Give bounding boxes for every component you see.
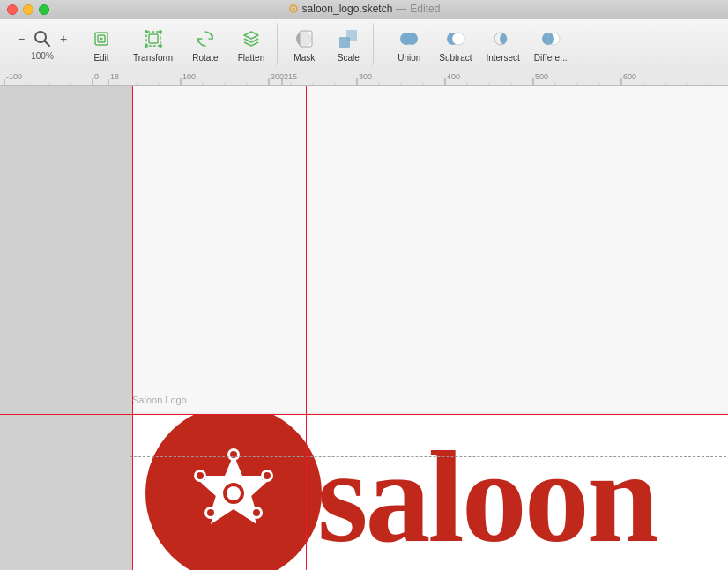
union-button[interactable]: Union (386, 23, 432, 66)
zoom-icon (32, 28, 53, 49)
rotate-label: Rotate (192, 53, 218, 63)
rotate-icon (193, 26, 218, 51)
svg-text:500: 500 (535, 72, 548, 81)
intersect-label: Intersect (487, 53, 520, 63)
document-title: saloon_logo.sketch — Edited (288, 3, 441, 17)
svg-point-1 (292, 7, 294, 10)
svg-rect-17 (346, 30, 357, 41)
svg-point-89 (207, 509, 214, 516)
svg-point-12 (159, 44, 162, 48)
document-icon (288, 4, 299, 14)
canvas-area[interactable]: Saloon Logo (0, 86, 728, 570)
svg-text:215: 215 (284, 72, 297, 81)
logo-circle-bg (141, 414, 322, 570)
svg-point-90 (197, 472, 204, 479)
zoom-minus-button[interactable]: − (14, 32, 28, 46)
subtract-button[interactable]: Subtract (432, 23, 479, 66)
artboard-label: Saloon Logo (132, 395, 187, 405)
subtract-label: Subtract (439, 53, 472, 63)
zoom-control: − + 100% (7, 28, 78, 61)
intersect-button[interactable]: Intersect (479, 23, 527, 66)
svg-point-10 (159, 30, 162, 33)
svg-point-11 (145, 44, 148, 48)
svg-line-3 (45, 41, 50, 47)
svg-text:0: 0 (94, 72, 99, 81)
subtract-icon (443, 26, 468, 51)
union-label: Union (397, 53, 420, 63)
svg-point-86 (230, 451, 237, 458)
svg-text:18: 18 (110, 72, 119, 81)
difference-button[interactable]: Differe... (527, 23, 575, 66)
maximize-button[interactable] (39, 4, 49, 15)
svg-rect-14 (300, 31, 312, 47)
sheriff-star (176, 436, 291, 551)
saloon-text: saloon (317, 432, 657, 562)
scale-label: Scale (338, 53, 360, 63)
boolean-ops: Union Subtract (383, 23, 577, 66)
svg-point-6 (100, 38, 103, 41)
svg-point-87 (264, 472, 271, 479)
ruler: -100 0 18 100 200 215 300 400 500 600 (0, 70, 728, 86)
svg-point-19 (405, 33, 418, 45)
svg-text:300: 300 (359, 72, 372, 81)
mask-button[interactable]: Mask (283, 23, 325, 66)
svg-text:100: 100 (182, 72, 196, 81)
zoom-plus-button[interactable]: + (56, 32, 71, 46)
zoom-percent: 100% (31, 51, 54, 61)
svg-text:-100: -100 (6, 72, 22, 81)
artboard-top (132, 86, 728, 414)
transform-icon (141, 26, 166, 51)
ruler-svg: -100 0 18 100 200 215 300 400 500 600 (0, 70, 728, 86)
star-circle (145, 414, 322, 570)
svg-point-21 (452, 33, 464, 45)
toolbar: − + 100% Edit (0, 19, 728, 70)
edit-label: Edit (93, 53, 108, 63)
mask-icon (292, 26, 316, 51)
svg-point-85 (227, 486, 241, 500)
titlebar: saloon_logo.sketch — Edited (0, 0, 728, 19)
flatten-button[interactable]: Flatten (229, 23, 279, 66)
rotate-button[interactable]: Rotate (183, 23, 227, 66)
scale-icon (336, 26, 360, 51)
transform-label: Transform (133, 53, 173, 63)
transform-button[interactable]: Transform (124, 23, 182, 66)
edit-icon (89, 26, 114, 51)
scale-button[interactable]: Scale (327, 23, 374, 66)
svg-point-9 (145, 30, 148, 33)
svg-point-88 (253, 509, 260, 516)
intersect-icon (491, 26, 516, 51)
svg-point-24 (500, 33, 512, 45)
difference-icon (539, 26, 563, 51)
artboard-bottom: saloon (132, 414, 728, 570)
svg-rect-8 (149, 34, 158, 43)
minimize-button[interactable] (23, 4, 33, 15)
svg-text:600: 600 (623, 72, 636, 81)
close-button[interactable] (7, 4, 18, 15)
left-panel-bg (0, 86, 132, 570)
mask-label: Mask (293, 53, 315, 63)
svg-text:400: 400 (447, 72, 460, 81)
union-icon (397, 26, 421, 51)
window-controls (7, 4, 49, 15)
edit-button[interactable]: Edit (80, 23, 123, 66)
flatten-label: Flatten (238, 53, 265, 63)
flatten-icon (239, 26, 264, 51)
difference-label: Differe... (534, 53, 568, 63)
